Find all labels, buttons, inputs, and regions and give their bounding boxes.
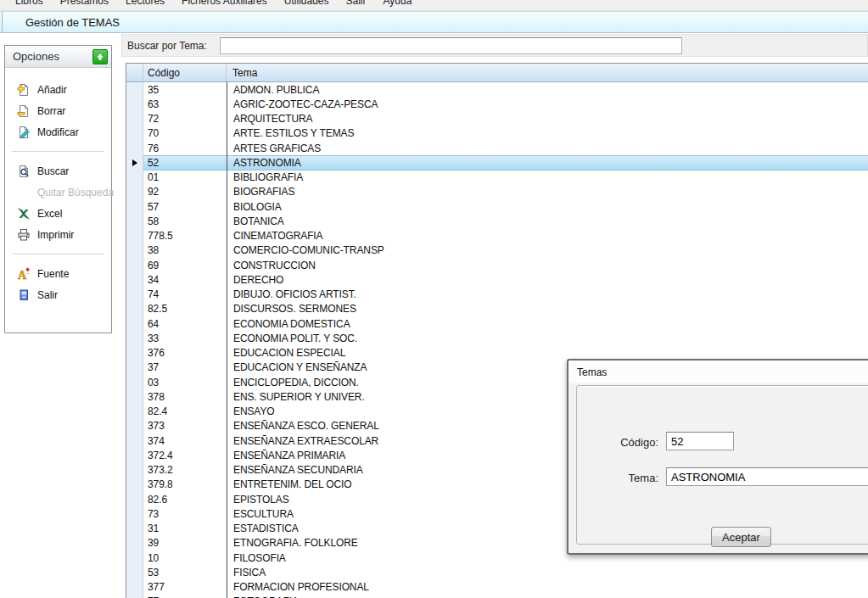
cell-tema: DIBUJO. OFICIOS ARTIST. bbox=[227, 288, 868, 302]
cell-codigo: 57 bbox=[143, 199, 227, 214]
cell-tema: ECONOMIA POLIT. Y SOC. bbox=[227, 331, 868, 345]
sidebar-item-buscar[interactable]: Buscar bbox=[5, 160, 111, 182]
table-header: Código Tema bbox=[126, 64, 868, 82]
row-selector-cell bbox=[126, 492, 143, 506]
tema-field[interactable] bbox=[666, 467, 868, 486]
table-row[interactable]: 57BIOLOGIA bbox=[126, 199, 868, 214]
cell-codigo: 35 bbox=[143, 82, 227, 97]
sidebar-separator bbox=[12, 151, 104, 152]
cell-codigo: 37 bbox=[143, 360, 227, 375]
table-row[interactable]: 34DERECHO bbox=[126, 272, 868, 287]
menu-item-prestamos[interactable]: Préstamos bbox=[52, 0, 117, 10]
cell-tema: FISICA bbox=[227, 565, 868, 579]
options-panel-header: Opciones bbox=[5, 46, 111, 68]
sidebar-item-modificar[interactable]: Modificar bbox=[5, 121, 111, 143]
cell-codigo: 92 bbox=[143, 185, 227, 199]
table-row[interactable]: 77FOTOGRAFIA bbox=[126, 595, 868, 598]
sidebar-item-imprimir[interactable]: Imprimir bbox=[5, 224, 111, 245]
sidebar-item-anadir[interactable]: Añadir bbox=[5, 79, 111, 100]
cell-tema: BIOLOGIA bbox=[227, 199, 868, 214]
row-selector-cell bbox=[126, 199, 143, 214]
cell-codigo: 376 bbox=[143, 346, 227, 360]
tab-strip: Gestión de TEMAS bbox=[0, 11, 868, 33]
table-row[interactable]: 92BIOGRAFIAS bbox=[126, 185, 868, 199]
cell-codigo: 10 bbox=[143, 550, 227, 565]
cell-codigo: 373.2 bbox=[143, 463, 227, 478]
menu-item-salir[interactable]: Salir bbox=[338, 0, 375, 10]
row-selector-cell bbox=[126, 550, 143, 565]
row-selector-cell bbox=[126, 522, 143, 536]
table-row[interactable]: 74DIBUJO. OFICIOS ARTIST. bbox=[126, 288, 868, 302]
table-row[interactable]: 70ARTE. ESTILOS Y TEMAS bbox=[126, 126, 868, 141]
row-selector-cell bbox=[126, 405, 143, 419]
table-row[interactable]: 778.5CINEMATOGRAFIA bbox=[126, 229, 868, 243]
sidebar-item-label: Quitar Búsqueda bbox=[37, 187, 114, 198]
dialog-titlebar[interactable]: Temas bbox=[568, 360, 868, 383]
cell-tema: ARTES GRAFICAS bbox=[227, 141, 868, 155]
aceptar-button[interactable]: Aceptar bbox=[711, 527, 771, 547]
table-row[interactable]: 377FORMACION PROFESIONAL bbox=[126, 580, 868, 595]
menu-item-ficheros-auxiliares[interactable]: Ficheros Auxiliares bbox=[173, 0, 276, 10]
sidebar-item-label: Fuente bbox=[37, 268, 69, 280]
menu-item-ayuda[interactable]: Ayuda bbox=[375, 0, 421, 10]
cell-codigo: 69 bbox=[143, 258, 227, 272]
row-selector-cell bbox=[126, 316, 143, 331]
sidebar-item-excel[interactable]: Excel bbox=[5, 203, 111, 224]
tab-edge bbox=[2, 12, 3, 32]
cell-codigo: 52 bbox=[143, 155, 227, 170]
row-selector-cell bbox=[126, 375, 143, 389]
cell-tema: BIBLIOGRAFIA bbox=[227, 170, 868, 185]
row-selector-cell bbox=[126, 258, 143, 272]
table-row[interactable]: 01BIBLIOGRAFIA bbox=[126, 170, 868, 185]
cell-codigo: 31 bbox=[143, 522, 227, 536]
current-row-arrow-icon bbox=[126, 155, 143, 170]
row-selector-cell bbox=[126, 580, 143, 595]
cell-codigo: 63 bbox=[143, 97, 227, 111]
table-row[interactable]: 82.5DISCURSOS. SERMONES bbox=[126, 302, 868, 316]
table-row[interactable]: 63AGRIC-ZOOTEC-CAZA-PESCA bbox=[126, 97, 868, 111]
remove-page-icon bbox=[17, 104, 31, 118]
cell-codigo: 377 bbox=[143, 580, 227, 595]
table-row[interactable]: 53FISICA bbox=[126, 565, 868, 579]
column-header-tema[interactable]: Tema bbox=[227, 64, 868, 81]
search-input[interactable] bbox=[220, 37, 682, 54]
menu-item-libros[interactable]: Libros bbox=[7, 0, 52, 10]
cell-tema: ECONOMIA DOMESTICA bbox=[227, 316, 868, 331]
temas-dialog: Temas Código: Tema: Aceptar bbox=[567, 359, 868, 555]
table-row[interactable]: 58BOTANICA bbox=[126, 214, 868, 228]
row-selector-cell bbox=[126, 302, 143, 316]
sidebar-items: AñadirBorrarModificarBuscarQuitar Búsque… bbox=[5, 68, 111, 305]
table-row[interactable]: 72ARQUITECTURA bbox=[126, 112, 868, 126]
sidebar-item-label: Excel bbox=[37, 208, 62, 220]
menu-item-utilidades[interactable]: Utilidades bbox=[276, 0, 338, 10]
sidebar-item-label: Buscar bbox=[37, 165, 69, 177]
cell-codigo: 03 bbox=[143, 375, 227, 389]
table-row[interactable]: 38COMERCIO-COMUNIC-TRANSP bbox=[126, 243, 868, 258]
codigo-field[interactable] bbox=[666, 432, 734, 450]
column-header-codigo[interactable]: Código bbox=[143, 64, 227, 81]
menu-bar: LibrosPréstamosLectoresFicheros Auxiliar… bbox=[0, 0, 868, 11]
table-row[interactable]: 76ARTES GRAFICAS bbox=[126, 141, 868, 155]
up-arrow-icon[interactable] bbox=[92, 49, 108, 64]
sidebar-item-salir[interactable]: Salir bbox=[5, 284, 111, 305]
table-row[interactable]: 35ADMON. PUBLICA bbox=[126, 82, 868, 97]
row-selector-cell bbox=[126, 565, 143, 579]
table-row[interactable]: 33ECONOMIA POLIT. Y SOC. bbox=[126, 331, 868, 345]
print-icon bbox=[17, 228, 31, 242]
menu-item-lectores[interactable]: Lectores bbox=[117, 0, 173, 10]
font-icon: A bbox=[17, 267, 31, 281]
sidebar-item-fuente[interactable]: AFuente bbox=[5, 263, 111, 284]
cell-tema: AGRIC-ZOOTEC-CAZA-PESCA bbox=[227, 97, 868, 111]
table-row-selected[interactable]: 52ASTRONOMIA bbox=[126, 155, 868, 170]
sidebar-item-borrar[interactable]: Borrar bbox=[5, 100, 111, 121]
dialog-group-box: Código: Tema: Aceptar bbox=[576, 385, 868, 545]
table-row[interactable]: 69CONSTRUCCION bbox=[126, 258, 868, 272]
row-selector-header bbox=[126, 64, 143, 81]
row-selector-cell bbox=[126, 214, 143, 228]
excel-icon bbox=[17, 207, 31, 221]
table-row[interactable]: 64ECONOMIA DOMESTICA bbox=[126, 316, 868, 331]
cell-codigo: 72 bbox=[143, 112, 227, 126]
cell-codigo: 64 bbox=[143, 316, 227, 331]
row-selector-cell bbox=[126, 141, 143, 155]
row-selector-cell bbox=[126, 170, 143, 185]
